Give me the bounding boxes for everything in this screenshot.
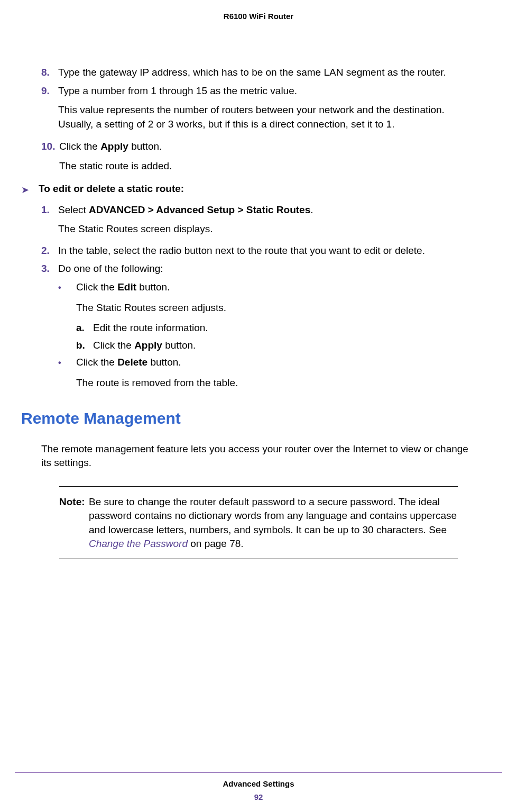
section-paragraph: The remote management feature lets you a… [41,442,476,470]
section-heading: Remote Management [21,409,476,427]
page-header: R6100 WiFi Router [0,0,517,21]
bullet-delete: • Click the Delete button. [58,355,476,370]
step-body: Type a number from 1 through 15 as the m… [58,84,476,132]
step-b2: 2. In the table, select the radio button… [41,244,476,258]
letter-bold: Apply [134,340,162,351]
step-text-post: . [310,204,313,215]
letter-body: Click the Apply button. [93,339,196,353]
procedure-title: To edit or delete a static route: [39,183,184,195]
note-text-pre: Be sure to change the router default pas… [89,496,457,535]
step-9: 9. Type a number from 1 through 15 as th… [41,84,476,132]
note-label: Note: [59,495,89,551]
note-text-post: on page 78. [188,538,244,549]
bullet-bold: Edit [117,281,136,293]
step-number: 8. [41,66,58,80]
note-row: Note: Be sure to change the router defau… [59,495,458,551]
letter-pre: Click the [93,340,134,351]
step-text-bold: Apply [100,141,128,152]
footer-title: Advanced Settings [0,779,517,788]
procedure-heading: ➤ To edit or delete a static route: [21,183,476,196]
bullet-icon: • [58,282,76,295]
footer-page-number: 92 [0,792,517,801]
step-8: 8. Type the gateway IP address, which ha… [41,66,476,80]
step-text: Type a number from 1 through 15 as the m… [58,85,297,96]
bullet-icon: • [58,357,76,370]
bullet-post: button. [147,357,181,368]
page-footer: Advanced Settings 92 [0,772,517,801]
bullet-bold: Delete [117,357,147,368]
step-number: 1. [41,203,58,236]
step-number: 2. [41,244,58,258]
step-paragraph: This value represents the number of rout… [58,103,476,131]
bullet-post: button. [136,281,170,293]
step-paragraph: The Static Routes screen displays. [58,222,476,236]
bullet-pre: Click the [76,281,117,293]
bullet-body: Click the Edit button. [76,280,170,295]
note-box: Note: Be sure to change the router defau… [59,486,458,559]
note-link[interactable]: Change the Password [89,538,188,549]
bullet-para: The route is removed from the table. [76,376,476,390]
step-number: 9. [41,84,58,132]
bullet-para: The Static Routes screen adjusts. [76,301,476,315]
step-b1: 1. Select ADVANCED > Advanced Setup > St… [41,203,476,236]
bullet-edit: • Click the Edit button. [58,280,476,295]
step-number: 10. [41,140,59,173]
step-number: 3. [41,262,58,276]
letter-label: a. [76,321,93,335]
step-text: Type the gateway IP address, which has t… [58,66,476,80]
step-b: b. Click the Apply button. [76,339,476,353]
letter-post: button. [162,340,196,351]
step-text-pre: Click the [59,141,100,152]
step-text: Do one of the following: [58,262,476,276]
step-text-pre: Select [58,204,89,215]
step-body: Click the Apply button. The static route… [59,140,476,173]
step-10: 10. Click the Apply button. The static r… [41,140,476,173]
page-content: 8. Type the gateway IP address, which ha… [0,21,517,559]
letter-text: Edit the route information. [93,321,208,335]
footer-divider [15,772,502,773]
bullet-pre: Click the [76,357,117,368]
note-body: Be sure to change the router default pas… [89,495,458,551]
arrow-right-icon: ➤ [21,184,29,196]
step-b3: 3. Do one of the following: [41,262,476,276]
step-a: a. Edit the route information. [76,321,476,335]
step-text-post: button. [128,141,162,152]
step-text: In the table, select the radio button ne… [58,244,476,258]
step-body: Select ADVANCED > Advanced Setup > Stati… [58,203,476,236]
step-text-bold: ADVANCED > Advanced Setup > Static Route… [89,204,310,215]
step-paragraph: The static route is added. [59,159,476,174]
letter-label: b. [76,339,93,353]
bullet-body: Click the Delete button. [76,355,181,370]
